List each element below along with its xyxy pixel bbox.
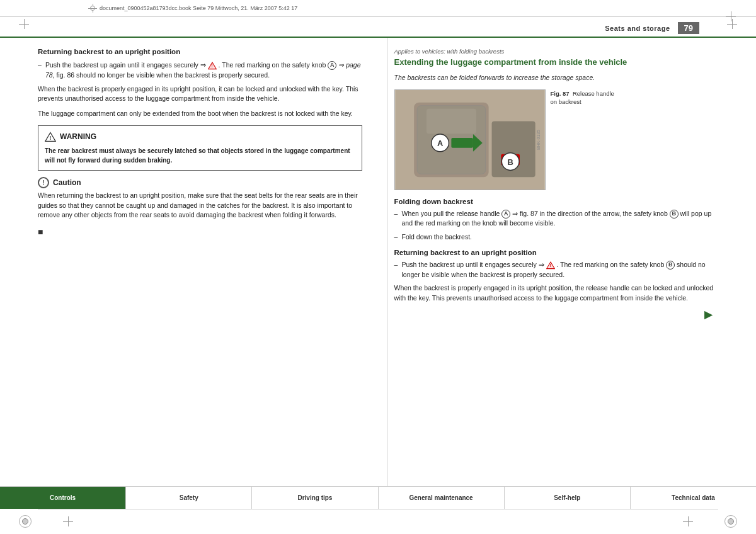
- caution-icon: !: [38, 177, 49, 188]
- figure-container: A B BHK-0135 Fig. 87 Release: [394, 89, 719, 190]
- figure-image: A B BHK-0135: [394, 89, 546, 190]
- footer-nav-maintenance[interactable]: General maintenance: [379, 487, 505, 509]
- folding-bullet2: Fold down the backrest.: [394, 232, 719, 242]
- footer-nav[interactable]: Controls Safety Driving tips General mai…: [0, 486, 756, 509]
- figure-caption: Fig. 87 Release handle on backrest: [551, 89, 620, 106]
- folding-heading: Folding down backrest: [394, 198, 719, 205]
- svg-text:A: A: [437, 139, 442, 148]
- circle-mark-bl: [19, 515, 32, 528]
- chapter-title: Seats and storage: [605, 25, 670, 32]
- caution-header: ! Caution: [38, 177, 362, 188]
- left-body2: The luggage compartment can only be exte…: [38, 109, 362, 119]
- right-column: Applies to vehicles: with folding backre…: [387, 38, 719, 486]
- svg-text:BHK-0135: BHK-0135: [536, 130, 540, 150]
- figure-caption-label: Fig. 87: [551, 90, 570, 97]
- left-section1-heading: Returning backrest to an upright positio…: [38, 48, 362, 55]
- file-info: document_0900452a81793dcc.book Seite 79 …: [100, 5, 297, 11]
- warning-triangle-icon: !: [208, 61, 217, 70]
- returning-body: When the backrest is properly engaged in…: [394, 283, 719, 304]
- reg-mark-header-r: [726, 11, 736, 21]
- footer-nav-selfhelp[interactable]: Self-help: [505, 487, 631, 509]
- warning-label: WARNING: [60, 132, 96, 141]
- crosshair-icon: [88, 4, 97, 13]
- svg-rect-7: [451, 138, 473, 148]
- caution-text: When returning the backrest to an uprigh…: [38, 191, 362, 220]
- end-mark: ■: [38, 227, 362, 237]
- bottom-crosshair-left: [19, 515, 32, 528]
- footer-nav-controls[interactable]: Controls: [0, 487, 126, 509]
- bottom-margin: [0, 509, 756, 534]
- ref-circle-A: A: [328, 61, 336, 70]
- circle-mark-br: [724, 515, 737, 528]
- left-body1: When the backrest is properly engaged in…: [38, 84, 362, 105]
- continue-arrow: ▶: [394, 309, 719, 321]
- warning-triangle-icon: !: [45, 131, 56, 142]
- left-column: Returning backrest to an upright positio…: [38, 38, 369, 486]
- svg-text:!: !: [211, 64, 212, 69]
- footer-nav-safety[interactable]: Safety: [126, 487, 252, 509]
- warning-box: ! WARNING The rear backrest must always …: [38, 125, 362, 171]
- folding-bullet1: When you pull the release handle A ⇒ fig…: [394, 209, 719, 229]
- reg-mark-bl: [63, 516, 73, 526]
- page: document_0900452a81793dcc.book Seite 79 …: [0, 0, 756, 534]
- main-content: Returning backrest to an upright positio…: [0, 38, 756, 486]
- file-header: document_0900452a81793dcc.book Seite 79 …: [0, 0, 756, 17]
- warning-text: The rear backrest must always be securel…: [45, 146, 355, 165]
- caution-box: ! Caution When returning the backrest to…: [38, 177, 362, 220]
- returning-heading: Returning backrest to an upright positio…: [394, 249, 719, 256]
- svg-text:!: !: [549, 264, 551, 268]
- caution-label: Caution: [53, 178, 81, 187]
- bottom-line: [38, 509, 718, 509]
- ref-circle-B2: B: [666, 261, 675, 270]
- reg-mark-br: [683, 516, 693, 526]
- footer-nav-driving[interactable]: Driving tips: [252, 487, 378, 509]
- returning-bullet: Push the backrest up until it engages se…: [394, 260, 719, 280]
- applies-text: Applies to vehicles: with folding backre…: [394, 48, 719, 55]
- page-number: 79: [678, 22, 699, 34]
- ref-circle-A2: A: [501, 210, 510, 219]
- right-intro: The backrests can be folded forwards to …: [394, 73, 719, 83]
- warning-triangle-inline-icon: !: [546, 261, 555, 270]
- svg-text:B: B: [507, 157, 513, 166]
- right-section-heading: Extending the luggage compartment from i…: [394, 57, 719, 68]
- chapter-header: Seats and storage 79: [0, 17, 756, 38]
- svg-text:!: !: [50, 135, 52, 141]
- svg-rect-5: [426, 108, 476, 134]
- ref-circle-B: B: [670, 210, 679, 219]
- bottom-crosshair-right: [724, 515, 737, 528]
- reg-mark-tl: [18, 18, 30, 30]
- left-bullet1: Push the backrest up again until it enga…: [38, 60, 362, 81]
- footer-nav-technical[interactable]: Technical data: [631, 487, 756, 509]
- warning-header: ! WARNING: [45, 131, 355, 142]
